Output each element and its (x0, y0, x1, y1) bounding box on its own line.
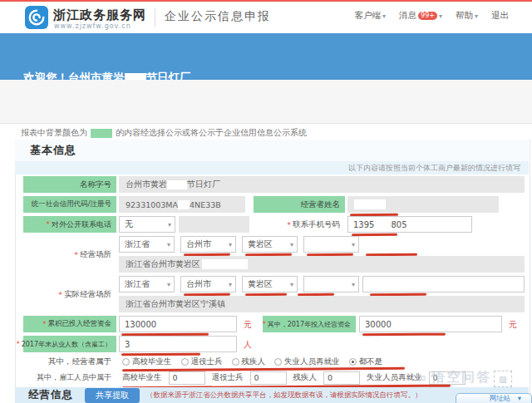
hired-label: 高校毕业生 (122, 372, 162, 383)
field-credit-code: 92331003MA4NE33B (119, 196, 245, 213)
nav-client[interactable]: 客户端▾ (355, 10, 387, 22)
place-province-select[interactable]: 浙江省▾ (119, 236, 175, 253)
header-divider (155, 8, 155, 27)
place-town-select[interactable]: ▾ (303, 236, 359, 253)
fill-note-strip: 以下内容请按照当前个体工商户最新的情况进行填写 (15, 161, 529, 174)
label-operator-belong: 其中，经营者属于 (23, 356, 116, 367)
app-title: 企业公示信息申报 (165, 9, 271, 24)
chevron-down-icon: ▾ (518, 394, 521, 402)
label-business-place: *经营场所 (23, 236, 116, 273)
radio-icon (181, 358, 189, 366)
welcome-banner: 欢迎您！台州市黄岩节日灯厂 登记机关：台州市黄岩区市场监督管理局 法定代表人/负… (0, 33, 532, 80)
field-actual-place-full: 浙江省台州市黄岩区宁溪镇 (119, 296, 525, 312)
label-actual-place: *实际经营场所 (23, 276, 116, 312)
chevron-down-icon: ▾ (229, 241, 232, 248)
operator-belong-radios: 高校毕业生 退役士兵 残疾人 失业人员再就业 都不是 (122, 356, 382, 367)
chevron-down-icon: ▾ (167, 241, 170, 248)
page: 浙江政务服务网 www.zjzwfw.gov.cn 企业公示信息申报 客户端▾ … (0, 0, 532, 403)
chevron-down-icon: ▾ (168, 221, 171, 229)
chevron-down-icon: ▾ (352, 281, 355, 288)
unit-yuan: 元 (244, 319, 252, 331)
field-name: 台州市黄岩节日灯厂 (119, 176, 525, 193)
actual-town-select[interactable]: ▾ (303, 276, 359, 292)
watermark: ∞悟空问答 (416, 369, 491, 386)
label-mobile: *联系手机号码 (254, 216, 345, 233)
chevron-down-icon: ▾ (290, 281, 293, 288)
public-phone-select[interactable]: 无▾ (119, 216, 175, 233)
section-header: 基本信息 (15, 140, 529, 161)
chevron-down-icon: ▾ (475, 12, 478, 20)
screenshot-icon: ▨ (494, 371, 512, 387)
green-legend-swatch (91, 129, 112, 138)
actual-province-select[interactable]: 浙江省▾ (119, 276, 175, 292)
nav-logout[interactable]: 退出 (491, 10, 509, 22)
site-nav-popup[interactable]: 网址站 ▾ (456, 393, 532, 403)
label-funds-2017: *其中，2017年投入经营资金 (263, 316, 356, 332)
chevron-down-icon: ▾ (382, 12, 386, 20)
legend-note: 报表中背景颜色为的内容经选择公示或将公示于企业信用信息公示系统 (21, 127, 307, 139)
hired-label: 残疾人 (293, 372, 318, 383)
actual-city-select[interactable]: 台州市▾ (180, 276, 236, 292)
status-bar: 年报年度：2017年度 年度报告状态：未年报 公示状态：未公示 首次提交： 最近… (0, 80, 532, 124)
total-funds-input[interactable] (119, 316, 237, 332)
radio-icon (274, 358, 282, 366)
label-hired-belong: 其中，雇工人员中属于 (23, 371, 116, 385)
header-bar: 浙江政务服务网 www.zjzwfw.gov.cn 企业公示信息申报 客户端▾ … (0, 2, 532, 33)
hired-veteran-input[interactable] (250, 371, 287, 385)
label-total-funds: *累积已投入经营资金 (23, 316, 116, 332)
hired-label: 退役士兵 (212, 372, 244, 383)
place-district-select[interactable]: 黄岩区▾ (242, 236, 298, 253)
field-operator-name (347, 196, 499, 213)
label-name: 名称字号 (23, 176, 116, 193)
label-operator-name: 经营者姓名 (254, 196, 345, 213)
site-url: www.zjzwfw.gov.cn (54, 22, 131, 30)
share-extract-button[interactable]: 共享提取 (85, 388, 140, 403)
redaction-box (354, 199, 386, 209)
fill-note: 以下内容请按照当前个体工商户最新的情况进行填写 (348, 163, 520, 174)
mobile-input[interactable]: 1395805 (347, 216, 472, 233)
redaction-box (202, 259, 248, 269)
hired-label: 失业人员再就业 (367, 372, 422, 383)
place-city-select[interactable]: 台州市▾ (180, 236, 236, 253)
chevron-down-icon: ▾ (229, 281, 232, 288)
redaction-box (167, 180, 187, 189)
watermark-glasses-icon: ∞ (416, 370, 428, 386)
employees-input[interactable] (119, 336, 237, 352)
section-title: 基本信息 (30, 143, 76, 158)
hired-counts-row: 高校毕业生 退役士兵 残疾人 失业人员再就业 (122, 371, 466, 385)
site-logo-icon (25, 6, 48, 29)
message-count-badge: 99+ (418, 12, 437, 20)
chevron-down-icon: ▾ (439, 12, 442, 20)
business-section-title: 经营信息 (28, 388, 73, 402)
radio-icon (232, 358, 239, 366)
label-employees: *2017年末从业人数（含雇工） (23, 336, 116, 352)
actual-place-input[interactable] (362, 276, 525, 292)
radio-college-grad[interactable]: 高校毕业生 (122, 356, 172, 367)
field-public-phone (179, 216, 249, 233)
site-name: 浙江政务服务网 (53, 7, 146, 23)
radio-none[interactable]: 都不是 (349, 356, 383, 367)
chevron-down-icon: ▾ (352, 241, 355, 248)
hired-disabled-input[interactable] (323, 371, 360, 385)
label-credit-code: 统一社会信用代码/注册号 (23, 196, 116, 213)
label-public-phone: *对外公开联系电话 (23, 216, 116, 233)
funds-2017-input[interactable] (359, 316, 502, 332)
nav-help[interactable]: 帮助▾ (456, 10, 478, 22)
chevron-down-icon: ▾ (167, 281, 170, 288)
hired-college-input[interactable] (169, 371, 205, 385)
redaction-box (178, 200, 190, 209)
business-info-bar: 经营信息 共享提取 （数据来源于浙江省公共数据共享平台，如发现数据有误，请根据实… (15, 387, 529, 403)
field-place-full: 浙江省台州市黄岩区 (119, 256, 525, 273)
top-nav: 客户端▾ 消息99+▾ 帮助▾ 退出 (355, 10, 509, 22)
business-data-note: （数据来源于浙江省公共数据共享平台，如发现数据有误，请根据实际情况自行填写。） (146, 391, 422, 401)
unit-yuan: 元 (509, 319, 517, 331)
radio-veteran[interactable]: 退役士兵 (181, 356, 223, 367)
radio-reemployed[interactable]: 失业人员再就业 (274, 356, 340, 367)
chevron-down-icon: ▾ (290, 241, 293, 248)
radio-checked-icon (349, 358, 357, 366)
radio-disabled[interactable]: 残疾人 (232, 356, 266, 367)
actual-district-select[interactable]: 黄岩区▾ (242, 276, 298, 292)
radio-icon (122, 358, 130, 366)
nav-messages[interactable]: 消息99+▾ (399, 10, 442, 22)
unit-ren: 人 (244, 339, 252, 351)
